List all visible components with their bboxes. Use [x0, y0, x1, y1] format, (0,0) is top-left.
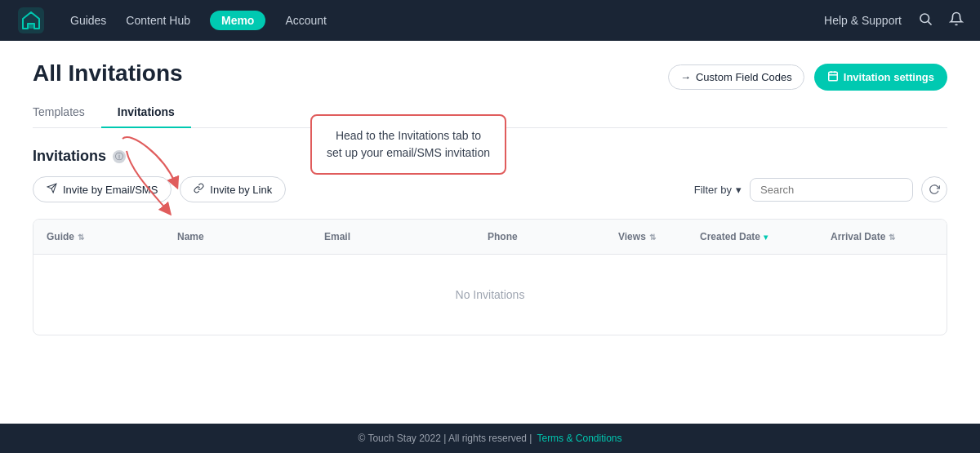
- svg-line-3: [928, 21, 931, 24]
- page-header: All Invitations → Custom Field Codes Inv…: [33, 60, 947, 91]
- refresh-button[interactable]: [921, 176, 947, 202]
- invite-email-sms-button[interactable]: Invite by Email/SMS: [33, 176, 172, 202]
- help-support-link[interactable]: Help & Support: [824, 14, 902, 27]
- invitations-table: Guide ⇅ Name Email Phone Views ⇅ Created…: [33, 219, 947, 335]
- col-created-date[interactable]: Created Date ▾: [700, 228, 831, 246]
- invitation-settings-label: Invitation settings: [844, 71, 934, 83]
- calendar-icon: [827, 70, 839, 84]
- header-buttons: → Custom Field Codes Invitation settings: [668, 64, 947, 91]
- sort-guide-icon: ⇅: [78, 233, 84, 242]
- filter-label: Filter by: [694, 184, 732, 196]
- tooltip-text: Head to the Invitations tab to set up yo…: [327, 129, 490, 159]
- col-arrival-date[interactable]: Arrival Date ⇅: [831, 228, 947, 246]
- col-arrival-label: Arrival Date: [831, 231, 885, 242]
- col-views[interactable]: Views ⇅: [618, 228, 700, 246]
- col-email-label: Email: [324, 231, 350, 242]
- info-icon[interactable]: ⓘ: [113, 150, 126, 163]
- col-views-label: Views: [618, 231, 646, 242]
- col-name: Name: [177, 228, 324, 246]
- sort-created-icon: ▾: [764, 233, 768, 242]
- footer-copyright: © Touch Stay 2022 | All rights reserved …: [358, 433, 532, 444]
- no-invitations-message: No Invitations: [456, 288, 525, 301]
- tooltip-box: Head to the Invitations tab to set up yo…: [310, 114, 506, 175]
- nav-links: Guides Content Hub Memo Account: [70, 11, 800, 30]
- navbar: Guides Content Hub Memo Account Help & S…: [0, 0, 980, 41]
- nav-right: Help & Support: [824, 11, 964, 30]
- action-bar: Invite by Email/SMS Invite by Link Filte…: [33, 176, 947, 202]
- invite-email-label: Invite by Email/SMS: [63, 184, 158, 196]
- svg-rect-1: [29, 24, 33, 29]
- col-email: Email: [324, 228, 488, 246]
- nav-guides[interactable]: Guides: [70, 14, 106, 27]
- bell-icon[interactable]: [949, 11, 964, 30]
- sort-views-icon: ⇅: [649, 233, 656, 242]
- col-name-label: Name: [177, 231, 204, 242]
- main-content: All Invitations → Custom Field Codes Inv…: [0, 41, 980, 424]
- page-title: All Invitations: [33, 60, 183, 87]
- nav-memo[interactable]: Memo: [210, 11, 265, 30]
- nav-content-hub[interactable]: Content Hub: [126, 14, 190, 27]
- invite-link-label: Invite by Link: [210, 184, 272, 196]
- svg-rect-0: [18, 7, 44, 33]
- col-created-label: Created Date: [700, 231, 760, 242]
- action-left: Invite by Email/SMS Invite by Link: [33, 176, 286, 202]
- nav-account[interactable]: Account: [285, 14, 327, 27]
- link-icon: [194, 183, 204, 196]
- search-input[interactable]: [750, 178, 913, 202]
- navbar-logo[interactable]: [16, 6, 46, 35]
- search-icon[interactable]: [918, 11, 933, 30]
- footer: © Touch Stay 2022 | All rights reserved …: [0, 424, 980, 453]
- invite-link-button[interactable]: Invite by Link: [180, 176, 286, 202]
- tab-invitations[interactable]: Invitations: [101, 97, 191, 128]
- col-guide-label: Guide: [47, 231, 74, 242]
- invitation-settings-button[interactable]: Invitation settings: [814, 64, 947, 91]
- arrow-right-icon: →: [680, 71, 691, 83]
- section-title: Invitations: [33, 148, 106, 165]
- custom-field-codes-button[interactable]: → Custom Field Codes: [668, 64, 804, 90]
- svg-rect-4: [829, 72, 838, 81]
- tab-templates[interactable]: Templates: [33, 97, 101, 128]
- table-body: No Invitations: [33, 255, 947, 335]
- col-guide[interactable]: Guide ⇅: [47, 228, 177, 246]
- action-right: Filter by ▾: [694, 176, 947, 202]
- svg-point-2: [920, 14, 929, 23]
- col-phone-label: Phone: [488, 231, 518, 242]
- col-phone: Phone: [488, 228, 618, 246]
- chevron-down-icon: ▾: [736, 184, 742, 196]
- filter-by-button[interactable]: Filter by ▾: [694, 184, 742, 196]
- custom-field-label: Custom Field Codes: [696, 71, 792, 83]
- send-icon: [47, 183, 57, 196]
- terms-conditions-link[interactable]: Terms & Conditions: [537, 433, 621, 444]
- sort-arrival-icon: ⇅: [889, 233, 895, 242]
- table-header: Guide ⇅ Name Email Phone Views ⇅ Created…: [33, 220, 947, 255]
